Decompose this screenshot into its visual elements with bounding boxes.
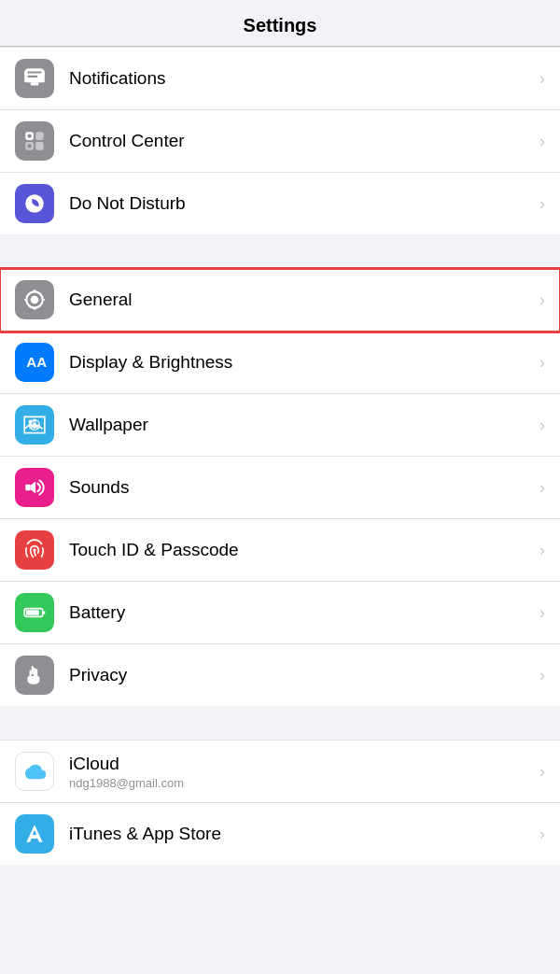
sounds-label: Sounds: [69, 477, 532, 498]
settings-row-do-not-disturb[interactable]: Do Not Disturb ›: [0, 173, 560, 234]
notifications-chevron: ›: [539, 69, 545, 89]
display-icon: AA: [15, 343, 54, 382]
privacy-label: Privacy: [69, 665, 532, 685]
sounds-icon: [15, 468, 54, 507]
sounds-chevron: ›: [539, 478, 545, 498]
battery-label: Battery: [69, 602, 532, 623]
control-center-icon: [15, 121, 54, 161]
section-2: General › AA Display & Brightness ›: [0, 268, 560, 706]
section-3: iCloud ndg1988@gmail.com › iTunes & App …: [0, 740, 560, 865]
svg-rect-3: [27, 76, 37, 78]
settings-row-itunes[interactable]: iTunes & App Store ›: [0, 803, 560, 865]
section-gap-1: [0, 234, 560, 268]
svg-rect-4: [24, 79, 45, 82]
page-title: Settings: [0, 15, 560, 36]
general-icon: [15, 280, 54, 319]
general-label: General: [69, 289, 532, 310]
settings-row-sounds[interactable]: Sounds ›: [0, 457, 560, 519]
settings-row-notifications[interactable]: Notifications ›: [0, 48, 560, 110]
icloud-label: iCloud: [69, 754, 532, 774]
svg-rect-2: [27, 71, 41, 73]
svg-text:AA: AA: [26, 354, 47, 370]
itunes-label: iTunes & App Store: [69, 824, 532, 844]
touchid-icon: [15, 530, 54, 570]
touchid-chevron: ›: [539, 541, 545, 560]
control-center-label: Control Center: [69, 131, 532, 151]
section-gap-2: [0, 706, 560, 740]
wallpaper-icon: [15, 405, 54, 445]
battery-chevron: ›: [539, 603, 545, 623]
svg-point-10: [27, 134, 31, 137]
svg-point-15: [33, 419, 36, 423]
svg-point-11: [27, 144, 31, 148]
do-not-disturb-label: Do Not Disturb: [69, 193, 532, 214]
display-label: Display & Brightness: [69, 352, 532, 373]
touchid-label: Touch ID & Passcode: [69, 540, 532, 560]
icloud-sublabel: ndg1988@gmail.com: [69, 776, 532, 790]
settings-row-control-center[interactable]: Control Center ›: [0, 110, 560, 173]
svg-rect-19: [25, 485, 30, 491]
page-header: Settings: [0, 0, 560, 47]
display-chevron: ›: [539, 353, 545, 373]
itunes-chevron: ›: [539, 825, 545, 844]
settings-row-privacy[interactable]: Privacy ›: [0, 644, 560, 706]
notifications-label: Notifications: [69, 68, 532, 89]
icloud-chevron: ›: [539, 762, 545, 782]
control-center-chevron: ›: [539, 132, 545, 151]
settings-row-battery[interactable]: Battery ›: [0, 582, 560, 644]
section-1: Notifications › Control Center › Do Not …: [0, 47, 560, 234]
svg-point-18: [33, 423, 36, 427]
svg-point-20: [33, 548, 35, 551]
wallpaper-chevron: ›: [539, 416, 545, 435]
settings-row-touchid[interactable]: Touch ID & Passcode ›: [0, 519, 560, 582]
svg-point-16: [36, 425, 40, 429]
svg-rect-22: [43, 611, 46, 614]
svg-rect-7: [35, 132, 44, 140]
svg-point-17: [29, 425, 33, 429]
icloud-label-container: iCloud ndg1988@gmail.com: [69, 754, 532, 790]
wallpaper-label: Wallpaper: [69, 415, 532, 435]
privacy-chevron: ›: [539, 666, 545, 685]
notifications-icon: [15, 59, 54, 98]
settings-row-general[interactable]: General ›: [0, 269, 560, 332]
general-chevron: ›: [539, 290, 545, 310]
do-not-disturb-chevron: ›: [539, 194, 545, 214]
settings-row-wallpaper[interactable]: Wallpaper ›: [0, 394, 560, 457]
svg-rect-5: [31, 82, 39, 85]
svg-rect-9: [35, 142, 44, 150]
settings-row-icloud[interactable]: iCloud ndg1988@gmail.com ›: [0, 741, 560, 803]
svg-rect-23: [26, 610, 39, 614]
do-not-disturb-icon: [15, 184, 54, 223]
itunes-icon: [15, 814, 54, 854]
privacy-icon: [15, 656, 54, 695]
battery-icon: [15, 593, 54, 632]
settings-row-display[interactable]: AA Display & Brightness ›: [0, 332, 560, 394]
icloud-icon: [15, 752, 54, 791]
